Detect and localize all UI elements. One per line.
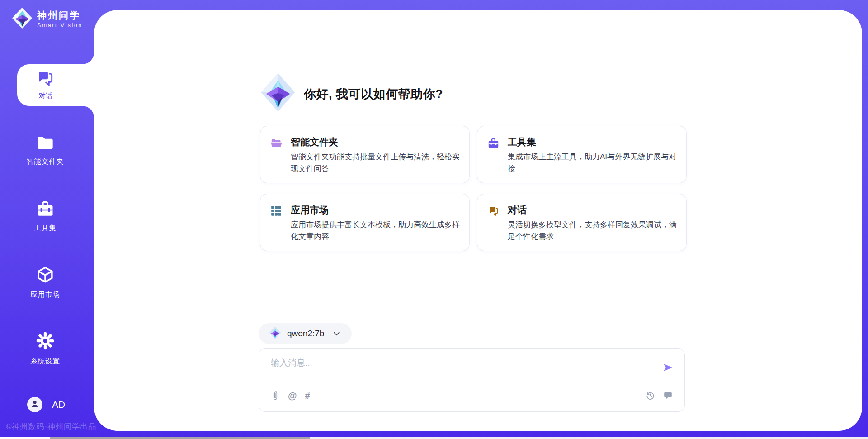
sidebar-item-toolset[interactable]: 工具集 bbox=[0, 200, 90, 233]
sidebar-item-smart-folder[interactable]: 智能文件夹 bbox=[0, 134, 90, 167]
gear-icon bbox=[35, 331, 55, 353]
sidebar-item-label: 应用市场 bbox=[30, 290, 60, 300]
card-description: 智能文件夹功能支持批量文件上传与清洗，轻松实现文件问答 bbox=[291, 151, 462, 175]
folder-open-icon bbox=[270, 137, 283, 149]
user-chip[interactable]: AD bbox=[27, 397, 65, 412]
chat-icon bbox=[35, 68, 55, 90]
brand-diamond-icon bbox=[12, 7, 33, 31]
send-icon bbox=[662, 368, 674, 375]
hash-icon: # bbox=[305, 391, 310, 401]
avatar bbox=[27, 397, 42, 412]
sidebar-footer: ©神州数码·神州问学出品 bbox=[6, 421, 96, 432]
card-title: 工具集 bbox=[508, 136, 536, 148]
card-title: 智能文件夹 bbox=[291, 136, 338, 148]
model-selector[interactable]: qwen2:7b bbox=[259, 323, 352, 344]
at-icon: @ bbox=[288, 391, 297, 401]
greeting-diamond-icon bbox=[260, 72, 296, 114]
page-title: 你好, 我可以如何帮助你? bbox=[304, 86, 443, 102]
cube-icon bbox=[36, 265, 55, 286]
grid-icon bbox=[270, 205, 283, 217]
model-name: qwen2:7b bbox=[287, 329, 324, 339]
chat-bubble-button[interactable] bbox=[662, 390, 674, 401]
toolbox-icon bbox=[36, 200, 55, 220]
composer: @ # bbox=[259, 348, 685, 412]
send-button[interactable] bbox=[662, 362, 674, 373]
history-button[interactable] bbox=[645, 390, 656, 401]
card-toolset[interactable]: 工具集 集成市场上主流工具，助力AI与外界无缝扩展与对接 bbox=[477, 126, 687, 183]
sidebar-item-label: 对话 bbox=[17, 91, 74, 101]
card-app-market[interactable]: 应用市场 应用市场提供丰富长文本模板，助力高效生成多样化文章内容 bbox=[260, 194, 470, 251]
brand-subtitle: Smart Vision bbox=[37, 22, 83, 29]
brand-name: 神州问学 bbox=[37, 10, 83, 21]
mention-button[interactable]: @ bbox=[287, 390, 298, 401]
user-initials: AD bbox=[52, 399, 65, 410]
tab-fillet-top bbox=[82, 52, 94, 64]
person-icon bbox=[30, 399, 40, 410]
card-smart-folder[interactable]: 智能文件夹 智能文件夹功能支持批量文件上传与清洗，轻松实现文件问答 bbox=[260, 126, 470, 183]
app: 神州问学 Smart Vision 对话 智能文件夹 bbox=[0, 0, 868, 439]
paperclip-icon bbox=[271, 393, 280, 402]
topic-button[interactable]: # bbox=[304, 390, 311, 401]
card-description: 灵活切换多模型文件，支持多样回复效果调试，满足个性化需求 bbox=[508, 219, 679, 243]
message-input[interactable] bbox=[270, 356, 651, 382]
sidebar-item-app-market[interactable]: 应用市场 bbox=[0, 265, 90, 300]
card-title: 应用市场 bbox=[291, 204, 329, 216]
card-description: 应用市场提供丰富长文本模板，助力高效生成多样化文章内容 bbox=[291, 219, 462, 243]
sidebar-item-chat[interactable]: 对话 bbox=[17, 64, 94, 106]
scrollbar-thumb[interactable] bbox=[50, 437, 310, 439]
card-description: 集成市场上主流工具，助力AI与外界无缝扩展与对接 bbox=[508, 151, 679, 175]
horizontal-scrollbar bbox=[0, 437, 868, 439]
chat-bubble-icon bbox=[663, 392, 673, 402]
brand-diamond-icon bbox=[269, 326, 281, 341]
attach-button[interactable] bbox=[270, 390, 281, 401]
card-chat[interactable]: 对话 灵活切换多模型文件，支持多样回复效果调试，满足个性化需求 bbox=[477, 194, 687, 251]
chevron-down-icon bbox=[333, 330, 340, 338]
composer-divider bbox=[266, 384, 677, 384]
history-icon bbox=[646, 392, 655, 402]
sidebar-item-label: 工具集 bbox=[34, 224, 57, 233]
scrollbar-gap bbox=[0, 437, 50, 439]
folder-icon bbox=[36, 134, 54, 153]
card-title: 对话 bbox=[508, 204, 527, 216]
sidebar-item-label: 系统设置 bbox=[30, 357, 60, 366]
toolbox-icon bbox=[487, 137, 500, 149]
tab-fillet-bottom bbox=[82, 106, 94, 118]
sidebar-item-label: 智能文件夹 bbox=[27, 157, 64, 167]
brand: 神州问学 Smart Vision bbox=[12, 7, 83, 31]
sidebar-item-settings[interactable]: 系统设置 bbox=[0, 331, 90, 366]
chat-icon bbox=[487, 205, 500, 217]
